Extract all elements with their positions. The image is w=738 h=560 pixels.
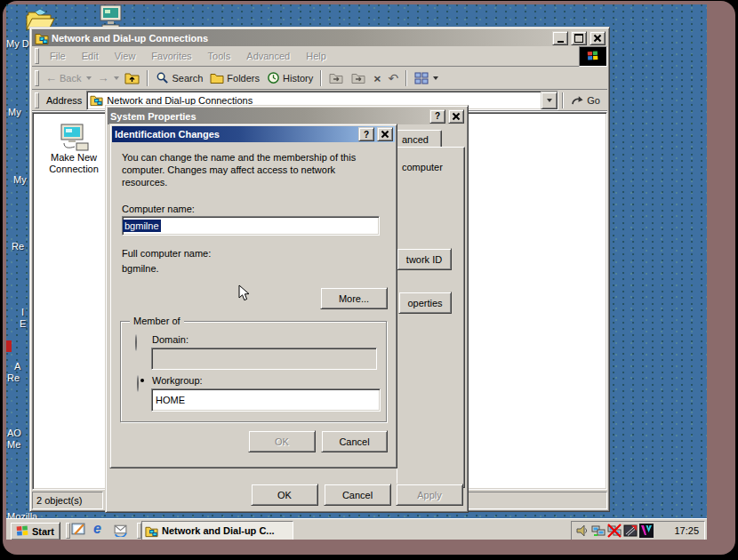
desktop-label-fragment[interactable]: My (8, 107, 21, 117)
taskbar-clock[interactable]: 17:25 (674, 525, 701, 536)
copy-to-button[interactable] (348, 70, 370, 86)
addressbar-grip[interactable] (35, 92, 39, 108)
desktop-label-fragment[interactable]: I (21, 307, 24, 317)
member-of-label: Member of (130, 316, 184, 326)
move-to-button[interactable] (325, 70, 348, 86)
chevron-down-icon (547, 99, 552, 102)
task-button-network-connections[interactable]: Network and Dial-up C... (141, 521, 293, 540)
up-button[interactable] (121, 69, 143, 86)
domain-input[interactable] (151, 348, 377, 370)
network-disconnected-icon[interactable] (607, 524, 622, 538)
quicklaunch-grip[interactable] (66, 523, 70, 539)
utility-tray-icon[interactable] (623, 524, 638, 538)
delete-button[interactable]: × (370, 69, 384, 87)
close-button[interactable] (377, 127, 393, 141)
back-dropdown[interactable] (86, 76, 92, 80)
domain-radio[interactable] (135, 334, 137, 351)
views-button[interactable] (411, 70, 444, 86)
desktop-label-fragment[interactable]: A (14, 361, 20, 372)
menu-edit[interactable]: Edit (74, 51, 107, 61)
menu-tools[interactable]: Tools (200, 51, 239, 61)
desktop-label-fragment[interactable]: Re (7, 372, 20, 383)
undo-button[interactable]: ↶ (384, 69, 402, 87)
ok-button[interactable]: OK (251, 484, 318, 506)
back-button[interactable]: ← Back (42, 69, 84, 86)
v-logo-tray-icon[interactable] (639, 524, 654, 538)
up-folder-icon (124, 71, 140, 84)
make-new-connection-item[interactable]: Make New Connection (42, 124, 106, 175)
forward-button[interactable]: → (93, 69, 112, 86)
menu-favorites[interactable]: Favorites (143, 51, 199, 61)
views-dropdown[interactable] (433, 76, 438, 80)
history-icon (267, 71, 280, 84)
start-button[interactable]: Start (10, 522, 60, 540)
network-id-button[interactable]: twork ID (397, 248, 452, 270)
workgroup-value: HOME (156, 395, 185, 405)
desktop-label-fragment[interactable]: Me (7, 439, 20, 450)
toolbar: ← Back → Search (32, 67, 607, 90)
more-button[interactable]: More... (320, 287, 388, 309)
make-new-connection-label: Make New Connection (42, 152, 106, 175)
minimize-button[interactable] (552, 31, 568, 45)
apply-button[interactable]: Apply (396, 484, 463, 506)
tab-panel (397, 147, 465, 488)
cancel-button[interactable]: Cancel (321, 430, 388, 452)
desktop-label-fragment[interactable]: My (13, 174, 27, 185)
ok-button[interactable]: OK (248, 430, 316, 452)
search-button[interactable]: Search (152, 69, 206, 86)
windows-flag-icon (587, 51, 600, 62)
identification-changes-dialog: Identification Changes ? You can change … (109, 124, 397, 468)
minimize-icon (558, 35, 564, 43)
workgroup-radio[interactable] (137, 375, 139, 392)
desktop-label-fragment[interactable]: AO (7, 428, 21, 438)
system-properties-titlebar[interactable]: System Properties ? (108, 108, 466, 124)
menu-bar: File Edit View Favorites Tools Advanced … (32, 46, 607, 67)
computer-name-input[interactable]: bgmilne (122, 216, 380, 236)
move-to-folder-icon (329, 72, 344, 84)
search-icon (156, 71, 169, 84)
close-icon (594, 35, 601, 42)
menu-help[interactable]: Help (298, 51, 334, 61)
close-button[interactable] (448, 109, 464, 124)
history-button[interactable]: History (263, 69, 317, 86)
maximize-icon (574, 34, 583, 43)
internet-explorer-icon[interactable]: e (93, 521, 101, 537)
folders-button[interactable]: Folders (206, 70, 263, 86)
help-button[interactable]: ? (358, 127, 374, 141)
desktop-label-fragment[interactable]: E (20, 318, 26, 329)
network-connection-icon[interactable] (591, 524, 606, 538)
help-button[interactable]: ? (429, 109, 445, 124)
desktop-label-fragment[interactable]: Re (12, 241, 24, 252)
go-button[interactable]: Go (567, 92, 607, 108)
menu-file[interactable]: File (42, 51, 74, 61)
identification-changes-titlebar[interactable]: Identification Changes ? (112, 126, 395, 142)
delete-x-icon: × (373, 71, 381, 84)
undo-icon: ↶ (388, 71, 398, 85)
toolbar-grip[interactable] (35, 70, 39, 86)
selected-text: bgmilne (123, 220, 161, 232)
close-button[interactable] (590, 31, 606, 45)
menu-view[interactable]: View (107, 51, 144, 61)
address-dropdown-button[interactable] (541, 92, 558, 109)
forward-arrow-icon: → (97, 71, 108, 84)
taskbar: Start e Network and Dial-up C... (6, 518, 707, 540)
forward-dropdown[interactable] (114, 76, 119, 80)
window-titlebar[interactable]: Network and Dial-up Connections (32, 29, 607, 46)
menubar-grip[interactable] (35, 48, 39, 64)
network-folder-icon (90, 93, 103, 107)
workgroup-input[interactable]: HOME (151, 388, 381, 412)
desktop-label-fragment[interactable]: My D (6, 38, 29, 49)
go-arrow-icon (571, 94, 584, 106)
menu-advanced[interactable]: Advanced (238, 51, 298, 61)
show-desktop-icon[interactable] (71, 522, 86, 537)
status-objects: 2 object(s) (32, 492, 103, 509)
maximize-button[interactable] (571, 31, 587, 45)
properties-button[interactable]: operties (398, 292, 452, 314)
outlook-express-icon[interactable] (113, 522, 128, 537)
desktop: My D My My Re I E A Re AO Me Mozilla Net… (6, 4, 707, 540)
cancel-button[interactable]: Cancel (324, 484, 391, 506)
windows-logo (579, 46, 607, 67)
network-folder-icon (35, 31, 49, 45)
hidden-icon-fragment (6, 340, 12, 352)
volume-icon[interactable] (575, 524, 590, 538)
